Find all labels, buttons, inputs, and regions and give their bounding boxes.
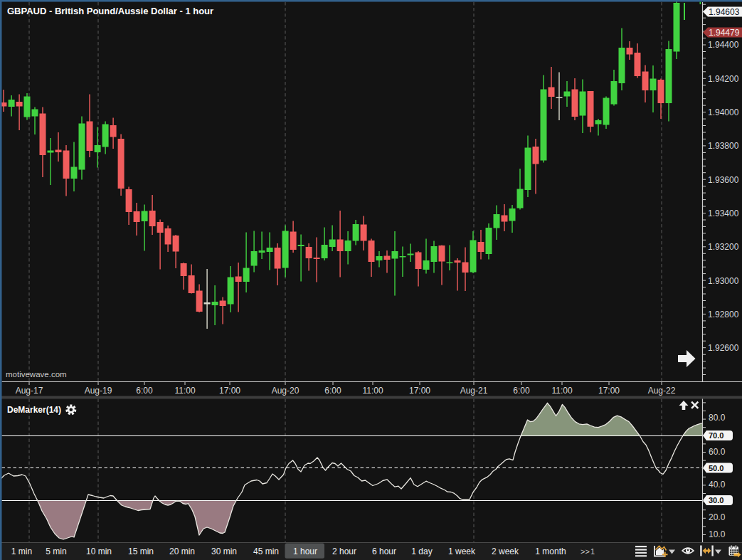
svg-text:Aug-20: Aug-20 <box>272 386 300 396</box>
svg-text:40.0: 40.0 <box>709 480 726 490</box>
svg-text:5 min: 5 min <box>46 546 66 556</box>
svg-text:70.0: 70.0 <box>709 431 724 440</box>
svg-text:Aug-21: Aug-21 <box>460 386 488 396</box>
svg-text:1.93200: 1.93200 <box>708 242 739 252</box>
svg-text:1 min: 1 min <box>11 546 32 556</box>
svg-text:Aug-17: Aug-17 <box>16 386 43 396</box>
svg-text:30.0: 30.0 <box>709 496 724 504</box>
svg-text:1.94603: 1.94603 <box>709 7 740 17</box>
svg-text:17:00: 17:00 <box>219 386 240 396</box>
svg-text:1.92800: 1.92800 <box>708 310 739 319</box>
svg-text:17:00: 17:00 <box>409 386 430 396</box>
svg-text:Aug-22: Aug-22 <box>648 386 676 396</box>
svg-text:30 min: 30 min <box>211 546 237 556</box>
svg-text:1 week: 1 week <box>448 546 476 556</box>
svg-text:1.94400: 1.94400 <box>708 40 739 50</box>
svg-text:1.94200: 1.94200 <box>708 74 739 84</box>
svg-text:11:00: 11:00 <box>174 386 195 396</box>
svg-text:60.0: 60.0 <box>709 447 726 457</box>
svg-text:2 hour: 2 hour <box>332 546 356 556</box>
svg-text:2 week: 2 week <box>492 546 519 556</box>
svg-text:10.0: 10.0 <box>709 529 726 539</box>
svg-text:1.92600: 1.92600 <box>708 343 739 353</box>
svg-text:11:00: 11:00 <box>551 386 572 396</box>
svg-text:DeMarker(14): DeMarker(14) <box>7 405 61 415</box>
svg-text:1.94000: 1.94000 <box>708 107 739 117</box>
svg-text:80.0: 80.0 <box>709 413 726 423</box>
svg-text:17:00: 17:00 <box>598 386 620 396</box>
svg-text:6:00: 6:00 <box>513 386 530 396</box>
svg-text:6:00: 6:00 <box>324 386 341 396</box>
svg-text:20 min: 20 min <box>169 546 195 556</box>
svg-text:Aug-19: Aug-19 <box>85 386 112 396</box>
svg-text:10 min: 10 min <box>86 546 112 556</box>
svg-text:50.0: 50.0 <box>709 464 724 472</box>
svg-text:1.94479: 1.94479 <box>709 28 740 38</box>
svg-text:1.93800: 1.93800 <box>708 141 739 151</box>
svg-text:1: 1 <box>590 547 595 556</box>
svg-text:1 hour: 1 hour <box>293 546 317 556</box>
svg-text:motivewave.com: motivewave.com <box>6 370 67 379</box>
svg-text:45 min: 45 min <box>253 546 279 556</box>
svg-text:20.0: 20.0 <box>709 512 726 522</box>
svg-text:1.93000: 1.93000 <box>708 276 739 286</box>
svg-text:15 min: 15 min <box>128 546 154 556</box>
svg-text:11:00: 11:00 <box>362 386 383 396</box>
svg-text:6:00: 6:00 <box>136 386 153 396</box>
svg-text:1 day: 1 day <box>411 546 432 556</box>
svg-text:1.93600: 1.93600 <box>708 175 739 185</box>
svg-text:GBPAUD - British Pound/Aussie: GBPAUD - British Pound/Aussie Dollar - 1… <box>7 6 213 16</box>
svg-text:1.93400: 1.93400 <box>708 208 739 218</box>
svg-text:>>: >> <box>581 547 590 556</box>
svg-text:6 hour: 6 hour <box>372 546 396 556</box>
svg-text:1 month: 1 month <box>535 546 566 556</box>
